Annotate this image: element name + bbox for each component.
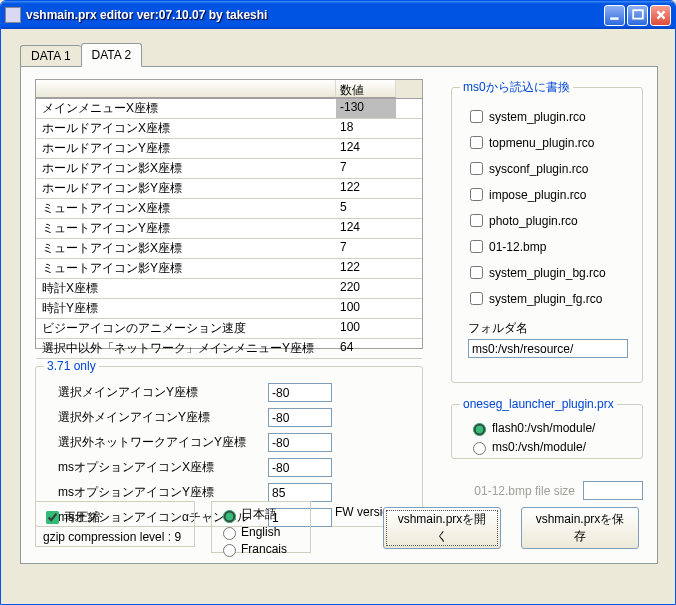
- radio-lang-fr[interactable]: Francais: [218, 541, 304, 557]
- cell-name: ミュートアイコンY座標: [36, 219, 336, 238]
- table-row[interactable]: ホールドアイコン影X座標7: [36, 159, 422, 179]
- cell-name: ホールドアイコンX座標: [36, 119, 336, 138]
- ms0-checkbox-label: system_plugin_fg.rco: [489, 292, 602, 306]
- group-371-legend: 3.71 only: [44, 359, 99, 373]
- table-row[interactable]: ミュートアイコン影Y座標122: [36, 259, 422, 279]
- table-row[interactable]: ミュートアイコンY座標124: [36, 219, 422, 239]
- bmp-filesize-label: 01-12.bmp file size: [451, 484, 583, 498]
- param-input[interactable]: [268, 483, 332, 502]
- gzip-level-label: gzip compression level : 9: [43, 530, 188, 544]
- cell-name: 選択中以外「ネットワーク」メインメニューY座標: [36, 339, 336, 358]
- param-row: 選択メインアイコンY座標: [58, 383, 414, 402]
- table-row[interactable]: ミュートアイコン影X座標7: [36, 239, 422, 259]
- cell-name: メインメニューX座標: [36, 99, 336, 118]
- bmp-filesize-input[interactable]: [583, 481, 643, 500]
- cell-name: 時計X座標: [36, 279, 336, 298]
- cell-name: ミュートアイコンX座標: [36, 199, 336, 218]
- param-label: 選択外メインアイコンY座標: [58, 409, 268, 426]
- tab-data1[interactable]: DATA 1: [20, 45, 81, 68]
- param-row: 選択外ネットワークアイコンY座標: [58, 433, 414, 452]
- ms0-checkbox-label: 01-12.bmp: [489, 240, 546, 254]
- minimize-button[interactable]: [604, 5, 625, 26]
- cell-value[interactable]: 122: [336, 259, 396, 278]
- ms0-checkbox[interactable]: system_plugin.rco: [466, 107, 634, 126]
- param-label: msオプションアイコンY座標: [58, 484, 268, 501]
- window-title: vshmain.prx editor ver:07.10.07 by takes…: [26, 8, 604, 22]
- radio-flash0[interactable]: flash0:/vsh/module/: [468, 420, 634, 436]
- param-label: msオプションアイコンX座標: [58, 459, 268, 476]
- ms0-checkbox-label: topmenu_plugin.rco: [489, 136, 594, 150]
- param-input[interactable]: [268, 458, 332, 477]
- cell-value[interactable]: 124: [336, 139, 396, 158]
- cell-value[interactable]: 100: [336, 299, 396, 318]
- cell-name: ホールドアイコンY座標: [36, 139, 336, 158]
- table-row[interactable]: 選択中以外「ネットワーク」メインメニューY座標64: [36, 339, 422, 359]
- svg-rect-0: [610, 17, 618, 19]
- param-row: 選択外メインアイコンY座標: [58, 408, 414, 427]
- cell-value[interactable]: 64: [336, 339, 396, 358]
- group-recompress: 再圧縮 gzip compression level : 9: [35, 501, 195, 547]
- group-oneseg-legend: oneseg_launcher_plugin.prx: [460, 397, 617, 411]
- cell-name: 時計Y座標: [36, 299, 336, 318]
- cell-value[interactable]: -130: [336, 99, 396, 118]
- table-row[interactable]: ホールドアイコン影Y座標122: [36, 179, 422, 199]
- tab-data2[interactable]: DATA 2: [81, 43, 143, 67]
- ms0-checkbox[interactable]: sysconf_plugin.rco: [466, 159, 634, 178]
- cell-value[interactable]: 124: [336, 219, 396, 238]
- tab-panel-data2: 数値 メインメニューX座標-130ホールドアイコンX座標18ホールドアイコンY座…: [20, 66, 658, 564]
- table-row[interactable]: 時計Y座標100: [36, 299, 422, 319]
- table-row[interactable]: ビジーアイコンのアニメーション速度100: [36, 319, 422, 339]
- group-ms0-legend: ms0から読込に書換: [460, 79, 573, 96]
- ms0-checkbox-label: system_plugin.rco: [489, 110, 586, 124]
- cell-value[interactable]: 5: [336, 199, 396, 218]
- ms0-checkbox[interactable]: photo_plugin.rco: [466, 211, 634, 230]
- param-input[interactable]: [268, 383, 332, 402]
- app-window: vshmain.prx editor ver:07.10.07 by takes…: [0, 0, 676, 605]
- ms0-checkbox-label: impose_plugin.rco: [489, 188, 586, 202]
- ms0-checkbox[interactable]: impose_plugin.rco: [466, 185, 634, 204]
- cell-value[interactable]: 7: [336, 159, 396, 178]
- maximize-button[interactable]: [627, 5, 648, 26]
- ms0-checkbox-label: system_plugin_bg.rco: [489, 266, 606, 280]
- cell-value[interactable]: 220: [336, 279, 396, 298]
- save-button[interactable]: vshmain.prxを保存: [521, 507, 639, 549]
- ms0-checkbox[interactable]: topmenu_plugin.rco: [466, 133, 634, 152]
- cell-value[interactable]: 122: [336, 179, 396, 198]
- grid-header-name[interactable]: [36, 80, 336, 98]
- table-row[interactable]: ホールドアイコンX座標18: [36, 119, 422, 139]
- svg-rect-1: [633, 10, 643, 18]
- app-icon: [5, 7, 21, 23]
- cell-name: ホールドアイコン影Y座標: [36, 179, 336, 198]
- table-row[interactable]: ミュートアイコンX座標5: [36, 199, 422, 219]
- cell-name: ビジーアイコンのアニメーション速度: [36, 319, 336, 338]
- radio-ms0[interactable]: ms0:/vsh/module/: [468, 439, 634, 455]
- cell-value[interactable]: 18: [336, 119, 396, 138]
- checkbox-recompress[interactable]: 再圧縮: [42, 508, 188, 527]
- grid-header-value[interactable]: 数値: [336, 80, 396, 98]
- ms0-checkbox[interactable]: system_plugin_bg.rco: [466, 263, 634, 282]
- ms0-checkbox[interactable]: 01-12.bmp: [466, 237, 634, 256]
- param-input[interactable]: [268, 433, 332, 452]
- ms0-checkbox[interactable]: system_plugin_fg.rco: [466, 289, 634, 308]
- titlebar[interactable]: vshmain.prx editor ver:07.10.07 by takes…: [1, 1, 675, 29]
- table-row[interactable]: 時計X座標220: [36, 279, 422, 299]
- radio-lang-en[interactable]: English: [218, 524, 304, 540]
- ms0-checkbox-label: photo_plugin.rco: [489, 214, 578, 228]
- values-grid[interactable]: 数値 メインメニューX座標-130ホールドアイコンX座標18ホールドアイコンY座…: [35, 79, 423, 349]
- open-button[interactable]: vshmain.prxを開く: [383, 507, 501, 549]
- param-row: msオプションアイコンX座標: [58, 458, 414, 477]
- table-row[interactable]: メインメニューX座標-130: [36, 99, 422, 119]
- folder-input[interactable]: [468, 339, 628, 358]
- table-row[interactable]: ホールドアイコンY座標124: [36, 139, 422, 159]
- group-language: 日本語 English Francais: [211, 501, 311, 553]
- param-input[interactable]: [268, 408, 332, 427]
- radio-lang-jp[interactable]: 日本語: [218, 506, 304, 523]
- param-row: msオプションアイコンY座標: [58, 483, 414, 502]
- cell-value[interactable]: 100: [336, 319, 396, 338]
- cell-name: ホールドアイコン影X座標: [36, 159, 336, 178]
- group-oneseg: oneseg_launcher_plugin.prx flash0:/vsh/m…: [451, 397, 643, 459]
- ms0-checkbox-label: sysconf_plugin.rco: [489, 162, 588, 176]
- cell-value[interactable]: 7: [336, 239, 396, 258]
- bmp-filesize-row: 01-12.bmp file size: [451, 481, 643, 500]
- close-button[interactable]: [650, 5, 671, 26]
